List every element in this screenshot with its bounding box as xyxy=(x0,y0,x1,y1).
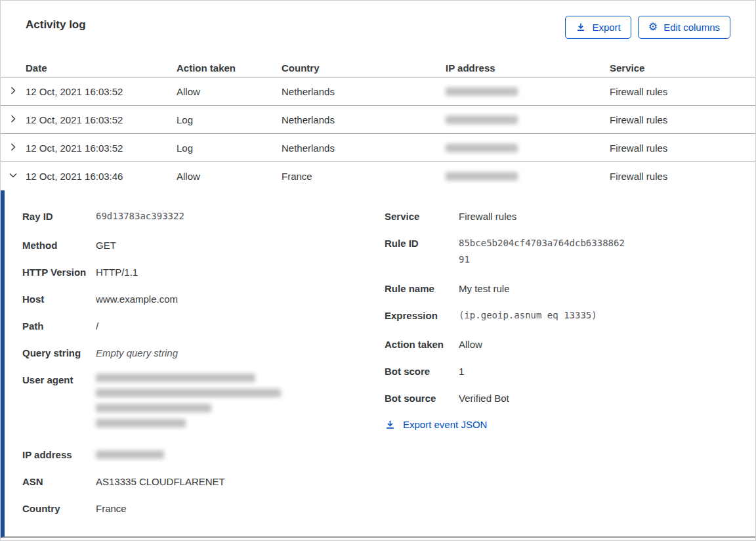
detail-value: My test rule xyxy=(459,282,510,295)
cell-service: Firewall rules xyxy=(610,171,755,182)
detail-label: Expression xyxy=(385,309,459,324)
column-header-service: Service xyxy=(610,62,755,74)
detail-row-http-version: HTTP Version HTTP/1.1 xyxy=(22,266,385,278)
detail-row-rule-name: Rule name My test rule xyxy=(385,282,755,295)
detail-label: Bot score xyxy=(385,365,459,378)
detail-row-ip-address: IP address xyxy=(22,448,385,461)
export-button-label: Export xyxy=(592,22,620,33)
detail-value: France xyxy=(96,502,127,515)
cell-country: Netherlands xyxy=(282,114,446,125)
detail-row-service: Service Firewall rules xyxy=(385,210,755,223)
cell-service: Firewall rules xyxy=(610,114,755,125)
detail-label: Action taken xyxy=(385,338,459,351)
cell-date: 12 Oct, 2021 16:03:52 xyxy=(26,86,177,97)
detail-value: HTTP/1.1 xyxy=(96,266,138,278)
expand-row-button[interactable] xyxy=(7,84,20,99)
detail-label: Bot source xyxy=(385,392,459,404)
detail-label: Service xyxy=(385,210,459,223)
detail-label: Ray ID xyxy=(22,210,96,225)
table-row-expanded[interactable]: 12 Oct, 2021 16:03:46 Allow France Firew… xyxy=(1,162,755,190)
table-row[interactable]: 12 Oct, 2021 16:03:52 Log Netherlands Fi… xyxy=(1,106,755,134)
chevron-right-icon xyxy=(8,142,18,154)
toolbar: Export ⚙ Edit columns xyxy=(565,16,730,39)
column-header-country: Country xyxy=(282,62,446,74)
export-event-json-label: Export event JSON xyxy=(403,419,487,430)
detail-label: Rule ID xyxy=(385,237,459,268)
table-header-row: Date Action taken Country IP address Ser… xyxy=(1,58,755,77)
cell-country: France xyxy=(282,171,446,182)
detail-label: HTTP Version xyxy=(22,266,96,278)
detail-label: Host xyxy=(22,293,96,305)
header: Activity log Export ⚙ Edit columns xyxy=(1,1,755,58)
detail-value: Allow xyxy=(459,338,482,351)
export-button[interactable]: Export xyxy=(565,16,631,39)
event-details-panel: Ray ID 69d13783ac393322 Method GET HTTP … xyxy=(1,190,755,538)
detail-row-asn: ASN AS13335 CLOUDFLARENET xyxy=(22,475,385,488)
page-title: Activity log xyxy=(26,18,86,32)
edit-columns-button[interactable]: ⚙ Edit columns xyxy=(638,16,730,39)
table-row[interactable]: 12 Oct, 2021 16:03:52 Allow Netherlands … xyxy=(1,77,755,106)
detail-value: Verified Bot xyxy=(459,392,509,404)
detail-value: www.example.com xyxy=(96,293,178,305)
expand-row-button[interactable] xyxy=(7,141,20,156)
column-header-action-taken: Action taken xyxy=(177,62,282,74)
cell-action-taken: Log xyxy=(177,142,282,154)
cell-date: 12 Oct, 2021 16:03:52 xyxy=(26,114,177,125)
gear-icon: ⚙ xyxy=(648,22,658,32)
detail-row-bot-source: Bot source Verified Bot xyxy=(385,392,755,404)
cell-date: 12 Oct, 2021 16:03:46 xyxy=(26,171,177,182)
cell-date: 12 Oct, 2021 16:03:52 xyxy=(26,142,177,154)
detail-value: 85bce5b204cf4703a764dcb633886291 xyxy=(459,235,628,268)
detail-label: Method xyxy=(22,239,96,251)
detail-label: Country xyxy=(22,502,96,515)
detail-row-ray-id: Ray ID 69d13783ac393322 xyxy=(22,210,385,225)
cell-ip-address-redacted xyxy=(446,172,610,181)
detail-row-country: Country France xyxy=(22,502,385,515)
cell-country: Netherlands xyxy=(282,86,446,97)
detail-row-method: Method GET xyxy=(22,239,385,251)
download-icon xyxy=(385,419,396,430)
detail-row-rule-id: Rule ID 85bce5b204cf4703a764dcb633886291 xyxy=(385,237,755,268)
detail-value: Firewall rules xyxy=(459,210,516,223)
detail-row-expression: Expression (ip.geoip.asnum eq 13335) xyxy=(385,309,755,324)
detail-value: 1 xyxy=(459,365,464,378)
cell-service: Firewall rules xyxy=(610,142,755,154)
detail-label: Rule name xyxy=(385,282,459,295)
cell-country: Netherlands xyxy=(282,142,446,154)
cell-ip-address-redacted xyxy=(446,87,610,96)
detail-row-bot-score: Bot score 1 xyxy=(385,365,755,378)
chevron-right-icon xyxy=(8,85,18,98)
detail-label: Path xyxy=(22,320,96,332)
table-row[interactable]: 12 Oct, 2021 16:03:52 Log Netherlands Fi… xyxy=(1,134,755,162)
detail-row-user-agent: User agent xyxy=(22,374,385,434)
event-details-left-column: Ray ID 69d13783ac393322 Method GET HTTP … xyxy=(22,210,385,536)
detail-value-redacted xyxy=(96,374,281,434)
detail-label: User agent xyxy=(22,374,96,434)
activity-log-panel: Activity log Export ⚙ Edit columns Date … xyxy=(0,0,756,541)
detail-row-path: Path / xyxy=(22,320,385,332)
detail-label: Query string xyxy=(22,347,96,359)
chevron-right-icon xyxy=(8,114,18,126)
edit-columns-button-label: Edit columns xyxy=(663,22,720,33)
cell-action-taken: Allow xyxy=(177,86,282,97)
detail-row-host: Host www.example.com xyxy=(22,293,385,305)
detail-value: AS13335 CLOUDFLARENET xyxy=(96,475,225,488)
cell-action-taken: Allow xyxy=(177,171,282,182)
download-icon xyxy=(576,22,586,32)
detail-value: Empty query string xyxy=(96,347,178,359)
column-header-ip-address: IP address xyxy=(446,62,610,74)
collapse-row-button[interactable] xyxy=(7,169,20,184)
detail-value: / xyxy=(96,320,98,332)
expand-row-button[interactable] xyxy=(7,112,20,127)
cell-ip-address-redacted xyxy=(446,116,610,124)
detail-value: (ip.geoip.asnum eq 13335) xyxy=(459,307,597,324)
detail-row-export-event: Export event JSON xyxy=(385,419,755,430)
column-header-date: Date xyxy=(26,62,177,74)
cell-ip-address-redacted xyxy=(446,144,610,152)
chevron-down-icon xyxy=(8,170,18,183)
detail-row-action-taken: Action taken Allow xyxy=(385,338,755,351)
detail-value-redacted xyxy=(96,448,164,461)
detail-value: GET xyxy=(96,239,116,251)
export-event-json-link[interactable]: Export event JSON xyxy=(385,419,487,430)
detail-value: 69d13783ac393322 xyxy=(96,208,184,225)
